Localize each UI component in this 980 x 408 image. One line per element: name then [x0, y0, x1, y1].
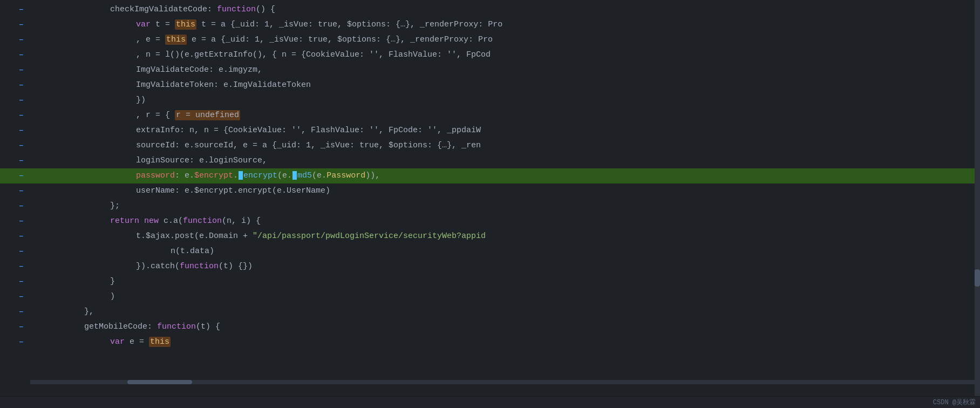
code-line: – ImgValidateToken: e.ImgValidateToken	[0, 78, 980, 93]
gutter: –	[0, 216, 30, 226]
minus-icon: –	[18, 292, 24, 302]
gutter: –	[0, 337, 30, 347]
gutter: –	[0, 322, 30, 332]
minus-icon: –	[18, 171, 24, 181]
code-content: userName: e.$encrypt.encrypt(e.UserName)	[30, 183, 980, 199]
code-content: sourceId: e.sourceId, e = a {_uid: 1, _i…	[30, 138, 980, 153]
code-line: – checkImgValidateCode: function() {	[0, 2, 980, 17]
code-line: – getMobileCode: function(t) {	[0, 319, 980, 335]
horizontal-scrollbar[interactable]	[30, 380, 975, 384]
gutter: –	[0, 126, 30, 135]
minus-icon: –	[18, 201, 24, 211]
gutter: –	[0, 186, 30, 196]
code-content: })	[30, 93, 980, 108]
this-tooltip: this	[175, 19, 196, 30]
code-content: var e = this	[30, 335, 980, 350]
code-content: getMobileCode: function(t) {	[30, 319, 980, 335]
editor-container: – checkImgValidateCode: function() { – v…	[0, 0, 980, 408]
code-content: , r = { r = undefined	[30, 108, 980, 123]
code-content: n(t.data)	[30, 244, 980, 259]
code-content: password: e.$encrypt.encrypt(e.md5(e.Pas…	[30, 168, 980, 183]
minus-icon: –	[18, 277, 24, 287]
minus-icon: –	[18, 322, 24, 332]
code-line: – sourceId: e.sourceId, e = a {_uid: 1, …	[0, 138, 980, 153]
code-line: – var e = this	[0, 335, 980, 350]
gutter: –	[0, 80, 30, 90]
code-line: – return new c.a(function(n, i) {	[0, 214, 980, 229]
code-content: }	[30, 274, 980, 289]
cursor2	[292, 171, 297, 180]
code-content: )	[30, 289, 980, 304]
minus-icon: –	[18, 186, 24, 196]
gutter: –	[0, 20, 30, 30]
code-line: – userName: e.$encrypt.encrypt(e.UserNam…	[0, 183, 980, 199]
code-content: };	[30, 199, 980, 214]
code-line: – },	[0, 304, 980, 319]
gutter: –	[0, 307, 30, 317]
minus-icon: –	[18, 5, 24, 15]
this-tooltip: this	[149, 337, 171, 347]
bottom-bar: CSDN @吴秋霖	[0, 396, 980, 408]
gutter: –	[0, 96, 30, 105]
gutter: –	[0, 35, 30, 45]
code-content: extraInfo: n, n = {CookieValue: '', Flas…	[30, 123, 980, 138]
vertical-scrollbar[interactable]	[975, 0, 980, 396]
minus-icon: –	[18, 20, 24, 30]
gutter: –	[0, 111, 30, 120]
minus-icon: –	[18, 307, 24, 317]
minus-icon: –	[18, 50, 24, 60]
code-line: – , e = this e = a {_uid: 1, _isVue: tru…	[0, 32, 980, 47]
code-content: t.$ajax.post(e.Domain + "/api/passport/p…	[30, 229, 980, 244]
gutter: –	[0, 65, 30, 75]
gutter: –	[0, 247, 30, 256]
code-content: return new c.a(function(n, i) {	[30, 214, 980, 229]
gutter: –	[0, 171, 30, 181]
gutter: –	[0, 50, 30, 60]
minus-icon: –	[18, 232, 24, 241]
gutter: –	[0, 5, 30, 15]
minus-icon: –	[18, 247, 24, 256]
r-tooltip: r = undefined	[175, 110, 240, 120]
minus-icon: –	[18, 35, 24, 45]
code-line: – loginSource: e.loginSource,	[0, 153, 980, 168]
code-area: – checkImgValidateCode: function() { – v…	[0, 0, 980, 396]
gutter: –	[0, 141, 30, 151]
code-line: – var t = this t = a {_uid: 1, _isVue: t…	[0, 17, 980, 32]
code-line: – })	[0, 93, 980, 108]
code-line: – t.$ajax.post(e.Domain + "/api/passport…	[0, 229, 980, 244]
code-content: var t = this t = a {_uid: 1, _isVue: tru…	[30, 17, 980, 32]
watermark: CSDN @吴秋霖	[933, 398, 976, 407]
minus-icon: –	[18, 141, 24, 151]
minus-icon: –	[18, 216, 24, 226]
code-content: checkImgValidateCode: function() {	[30, 2, 980, 17]
scrollbar-thumb[interactable]	[975, 269, 980, 287]
active-code-line: – password: e.$encrypt.encrypt(e.md5(e.P…	[0, 168, 980, 183]
code-content: ImgValidateToken: e.ImgValidateToken	[30, 78, 980, 93]
this-tooltip: this	[165, 35, 187, 45]
minus-icon: –	[18, 80, 24, 90]
minus-icon: –	[18, 156, 24, 166]
code-line: – ImgValidateCode: e.imgyzm,	[0, 63, 980, 78]
code-content: , e = this e = a {_uid: 1, _isVue: true,…	[30, 32, 980, 47]
scrollbar-h-thumb[interactable]	[127, 380, 192, 384]
minus-icon: –	[18, 262, 24, 271]
code-content: ImgValidateCode: e.imgyzm,	[30, 63, 980, 78]
minus-icon: –	[18, 65, 24, 75]
code-line: – n(t.data)	[0, 244, 980, 259]
minus-icon: –	[18, 96, 24, 105]
gutter: –	[0, 292, 30, 302]
minus-icon: –	[18, 126, 24, 135]
code-line: – , n = l()(e.getExtraInfo(), { n = {Coo…	[0, 47, 980, 63]
code-line: – extraInfo: n, n = {CookieValue: '', Fl…	[0, 123, 980, 138]
code-content: }).catch(function(t) {})	[30, 259, 980, 274]
code-line: – )	[0, 289, 980, 304]
gutter: –	[0, 262, 30, 271]
gutter: –	[0, 232, 30, 241]
code-content: loginSource: e.loginSource,	[30, 153, 980, 168]
cursor	[239, 171, 243, 180]
code-line: – }).catch(function(t) {})	[0, 259, 980, 274]
minus-icon: –	[18, 337, 24, 347]
code-line: – }	[0, 274, 980, 289]
gutter: –	[0, 201, 30, 211]
minus-icon: –	[18, 111, 24, 120]
